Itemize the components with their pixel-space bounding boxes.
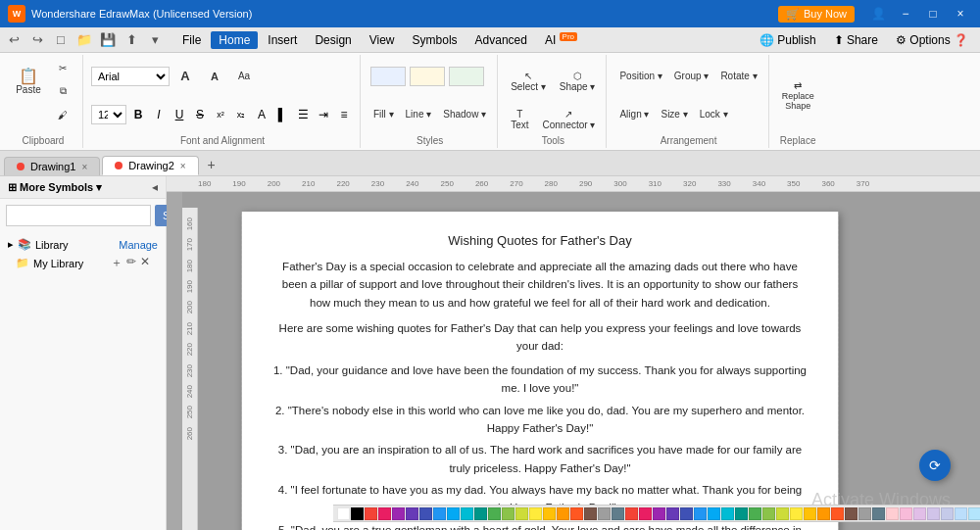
menu-advanced[interactable]: Advanced <box>467 31 535 49</box>
font-size-select[interactable]: 12 <box>91 105 126 124</box>
color-swatch[interactable] <box>419 507 432 520</box>
color-swatch[interactable] <box>804 507 816 520</box>
color-swatch[interactable] <box>378 507 391 520</box>
ai-assistant-button[interactable]: ⟳ <box>919 450 951 481</box>
connector-button[interactable]: ↗ Connector ▾ <box>538 106 601 133</box>
color-swatch[interactable] <box>968 507 980 520</box>
color-swatch[interactable] <box>708 507 720 520</box>
copy-button[interactable]: ⧉ <box>49 80 76 102</box>
search-input[interactable] <box>6 205 151 226</box>
tab-close-drawing2[interactable]: × <box>180 161 186 171</box>
more-symbols-button[interactable]: ⊞ More Symbols ▾ <box>8 181 102 194</box>
list-button[interactable]: ☰ <box>293 105 313 124</box>
color-swatch[interactable] <box>817 507 830 520</box>
menu-home[interactable]: Home <box>211 31 258 49</box>
italic-button[interactable]: I <box>149 105 169 124</box>
shape-button[interactable]: ⬡ Shape ▾ <box>555 57 601 106</box>
redo-button[interactable]: ↪ <box>27 30 47 50</box>
color-swatch[interactable] <box>762 507 775 520</box>
page-canvas[interactable]: Wishing Quotes for Father's Day Father's… <box>241 212 839 530</box>
color-swatch[interactable] <box>653 507 665 520</box>
subscript-button[interactable]: x₂ <box>231 105 251 124</box>
color-swatch[interactable] <box>474 507 487 520</box>
add-library-button[interactable]: ＋ <box>111 255 122 271</box>
color-swatch[interactable] <box>845 507 858 520</box>
shadow-button[interactable]: Shadow ▾ <box>438 104 491 125</box>
rotate-button[interactable]: Rotate ▾ <box>715 66 761 87</box>
text-button[interactable]: T Text <box>506 106 533 133</box>
color-swatch[interactable] <box>433 507 446 520</box>
align-shapes-button[interactable]: Align ▾ <box>614 104 654 125</box>
menu-symbols[interactable]: Symbols <box>405 31 466 49</box>
color-swatch[interactable] <box>570 507 583 520</box>
edit-library-button[interactable]: ✏ <box>126 255 136 271</box>
save-button[interactable]: 💾 <box>98 30 118 50</box>
color-swatch[interactable] <box>790 507 803 520</box>
color-swatch[interactable] <box>886 507 899 520</box>
color-swatch[interactable] <box>913 507 926 520</box>
highlight-button[interactable]: ▌ <box>272 105 292 124</box>
font-case-button[interactable]: Aa <box>230 66 258 87</box>
menu-insert[interactable]: Insert <box>260 31 305 49</box>
color-swatch[interactable] <box>365 507 377 520</box>
replace-button[interactable]: ⇄ Replace Shape <box>777 71 819 120</box>
color-swatch[interactable] <box>598 507 611 520</box>
open-button[interactable]: 📁 <box>74 30 94 50</box>
delete-library-button[interactable]: ✕ <box>140 255 150 271</box>
collapse-panel-button[interactable]: ◂ <box>152 180 158 194</box>
strikethrough-button[interactable]: S <box>190 105 210 124</box>
color-swatch[interactable] <box>502 507 514 520</box>
manage-button[interactable]: Manage <box>119 239 158 251</box>
color-swatch[interactable] <box>735 507 748 520</box>
canvas-content[interactable]: 160 170 180 190 200 210 220 230 240 250 … <box>182 192 980 530</box>
color-swatch[interactable] <box>351 507 364 520</box>
tab-drawing2[interactable]: Drawing2 × <box>102 156 198 175</box>
color-swatch[interactable] <box>776 507 789 520</box>
color-swatch[interactable] <box>872 507 885 520</box>
export-button[interactable]: ⬆ <box>122 30 141 50</box>
underline-button[interactable]: U <box>170 105 189 124</box>
format-painter-button[interactable]: 🖌 <box>49 104 76 125</box>
color-swatch[interactable] <box>392 507 405 520</box>
color-swatch[interactable] <box>721 507 734 520</box>
color-swatch[interactable] <box>680 507 693 520</box>
color-swatch[interactable] <box>900 507 912 520</box>
maximize-button[interactable]: □ <box>921 5 945 23</box>
menu-design[interactable]: Design <box>307 31 359 49</box>
color-swatch[interactable] <box>406 507 418 520</box>
paste-button[interactable]: 📋 Paste <box>10 57 47 106</box>
select-button[interactable]: ↖ Select ▾ <box>506 57 551 106</box>
tab-drawing1[interactable]: Drawing1 × <box>4 157 100 175</box>
new-button[interactable]: □ <box>51 30 71 50</box>
color-swatch[interactable] <box>858 507 871 520</box>
publish-button[interactable]: 🌐 Publish <box>752 31 824 49</box>
menu-file[interactable]: File <box>174 31 209 49</box>
profile-button[interactable]: 👤 <box>866 5 890 23</box>
more-button[interactable]: ▾ <box>145 30 165 50</box>
menu-ai[interactable]: AI Pro <box>537 30 585 49</box>
library-header[interactable]: ▸ 📚 Library Manage <box>8 236 158 253</box>
color-swatch[interactable] <box>941 507 954 520</box>
font-shrink-button[interactable]: A <box>201 66 228 87</box>
color-swatch[interactable] <box>529 507 542 520</box>
color-swatch[interactable] <box>749 507 761 520</box>
color-swatch[interactable] <box>694 507 707 520</box>
undo-button[interactable]: ↩ <box>4 30 24 50</box>
color-swatch[interactable] <box>543 507 556 520</box>
bold-button[interactable]: B <box>128 105 148 124</box>
fill-button[interactable]: Fill ▾ <box>368 104 399 125</box>
line-button[interactable]: Line ▾ <box>401 104 437 125</box>
font-color-button[interactable]: A <box>252 105 271 124</box>
color-swatch[interactable] <box>639 507 652 520</box>
font-grow-button[interactable]: A <box>172 66 199 87</box>
color-swatch[interactable] <box>612 507 624 520</box>
superscript-button[interactable]: x² <box>211 105 230 124</box>
color-swatch[interactable] <box>927 507 940 520</box>
color-swatch[interactable] <box>584 507 597 520</box>
font-family-select[interactable]: Arial <box>91 67 170 86</box>
minimize-button[interactable]: − <box>894 5 917 23</box>
color-swatch[interactable] <box>557 507 569 520</box>
color-swatch[interactable] <box>625 507 638 520</box>
color-swatch[interactable] <box>488 507 501 520</box>
color-swatch[interactable] <box>515 507 528 520</box>
